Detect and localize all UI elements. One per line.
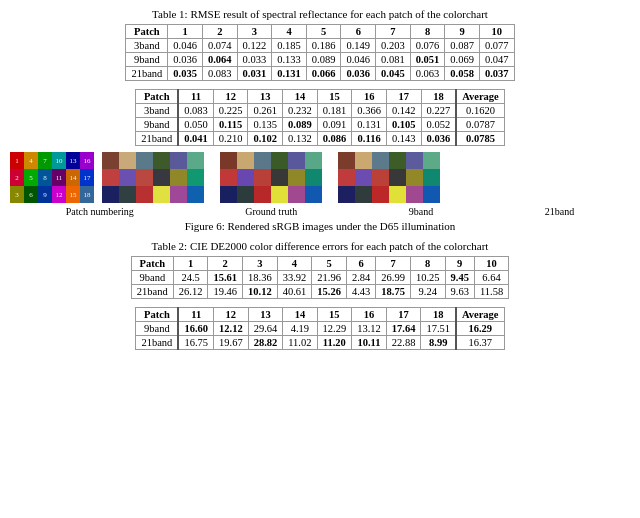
cell: 0.091 — [317, 118, 352, 132]
cell: 0.1620 — [456, 104, 504, 118]
color-cell — [153, 186, 170, 203]
col-header-4: 4 — [277, 257, 312, 271]
cell: 12.12 — [214, 322, 249, 336]
row-label-9band: 9band — [126, 53, 168, 67]
cell: 22.88 — [386, 336, 421, 350]
col-header-patch: Patch — [126, 25, 168, 39]
col-header-patch: Patch — [136, 90, 178, 104]
cell: 28.82 — [248, 336, 283, 350]
cell: 0.033 — [237, 53, 272, 67]
col-header-14: 14 — [283, 308, 317, 322]
table2-caption: Table 2: CIE DE2000 color difference err… — [10, 240, 630, 252]
col-header-15: 15 — [317, 90, 352, 104]
color-cell — [254, 169, 271, 186]
cell: 24.5 — [173, 271, 208, 285]
cell: 0.122 — [237, 39, 272, 53]
color-cell — [288, 186, 305, 203]
color-cell — [136, 152, 153, 169]
cell: 0.089 — [306, 53, 341, 67]
cell: 8.99 — [421, 336, 456, 350]
cell: 26.12 — [173, 285, 208, 299]
table2-top: Patch 1 2 3 4 5 6 7 8 9 10 9band 24.5 15… — [131, 256, 509, 299]
table-row: 9band 0.050 0.115 0.135 0.089 0.091 0.13… — [136, 118, 504, 132]
col-header-16: 16 — [352, 90, 387, 104]
patch-num-cell: 13 — [66, 152, 80, 169]
cell: 9.45 — [445, 271, 474, 285]
table-row: 9band 24.5 15.61 18.36 33.92 21.96 2.84 … — [131, 271, 508, 285]
cell: 0.261 — [248, 104, 283, 118]
col-header-9: 9 — [445, 257, 474, 271]
cell: 0.063 — [410, 67, 445, 81]
color-cell — [355, 169, 372, 186]
col-header-13: 13 — [248, 308, 283, 322]
cell: 0.203 — [376, 39, 411, 53]
color-cell — [389, 169, 406, 186]
cell: 0.143 — [386, 132, 421, 146]
cell: 0.036 — [421, 132, 456, 146]
col-header-1: 1 — [168, 25, 203, 39]
color-cell — [423, 186, 440, 203]
cell: 0.210 — [213, 132, 248, 146]
col-header-17: 17 — [386, 90, 421, 104]
cell: 0.074 — [202, 39, 237, 53]
col-header-4: 4 — [272, 25, 307, 39]
cell: 0.076 — [410, 39, 445, 53]
cell: 0.185 — [272, 39, 307, 53]
cell: 16.60 — [178, 322, 213, 336]
patch-num-cell: 9 — [38, 186, 52, 203]
cell: 19.67 — [214, 336, 249, 350]
col-header-16: 16 — [352, 308, 387, 322]
patch-num-cell: 1 — [10, 152, 24, 169]
col-header-9: 9 — [445, 25, 480, 39]
color-cell — [153, 152, 170, 169]
color-cell — [305, 169, 322, 186]
cell: 0.133 — [272, 53, 307, 67]
cell: 0.045 — [376, 67, 411, 81]
patch-num-cell: 17 — [80, 169, 94, 186]
cell: 0.142 — [386, 104, 421, 118]
col-header-10: 10 — [479, 25, 514, 39]
color-cell — [136, 169, 153, 186]
color-cell — [170, 152, 187, 169]
patch-num-cell: 18 — [80, 186, 94, 203]
patch-num-cell: 5 — [24, 169, 38, 186]
color-cell — [187, 152, 204, 169]
col-header-7: 7 — [376, 25, 411, 39]
cell: 0.037 — [479, 67, 514, 81]
cell: 9.24 — [410, 285, 445, 299]
color-cell — [237, 169, 254, 186]
col-header-18: 18 — [421, 90, 456, 104]
table-row: 3band 0.046 0.074 0.122 0.185 0.186 0.14… — [126, 39, 514, 53]
cell: 11.20 — [317, 336, 352, 350]
table1-top: Patch 1 2 3 4 5 6 7 8 9 10 3band 0.046 0… — [125, 24, 514, 81]
cell: 15.61 — [208, 271, 243, 285]
color-cell — [355, 186, 372, 203]
cell: 0.132 — [283, 132, 318, 146]
color-cell — [338, 169, 355, 186]
row-label-21band: 21band — [136, 336, 178, 350]
cell: 15.26 — [312, 285, 347, 299]
color-cell — [187, 169, 204, 186]
col-header-2: 2 — [208, 257, 243, 271]
cell: 10.12 — [243, 285, 278, 299]
cell: 0.081 — [376, 53, 411, 67]
col-header-2: 2 — [202, 25, 237, 39]
color-cell — [423, 152, 440, 169]
row-label-9band: 9band — [136, 322, 178, 336]
patch-num-cell: 15 — [66, 186, 80, 203]
color-cell — [305, 152, 322, 169]
cell: 0.050 — [178, 118, 213, 132]
color-cell — [372, 169, 389, 186]
cell: 11.58 — [474, 285, 508, 299]
cell: 33.92 — [277, 271, 312, 285]
color-cell — [372, 186, 389, 203]
patch-num-cell: 7 — [38, 152, 52, 169]
cell: 0.052 — [421, 118, 456, 132]
color-cell — [119, 169, 136, 186]
cell: 0.036 — [341, 67, 376, 81]
color-cell — [288, 169, 305, 186]
col-header-patch: Patch — [131, 257, 173, 271]
cell: 0.0787 — [456, 118, 504, 132]
table1-bottom: Patch 11 12 13 14 15 16 17 18 Average 3b… — [135, 89, 504, 146]
cell: 29.64 — [248, 322, 283, 336]
